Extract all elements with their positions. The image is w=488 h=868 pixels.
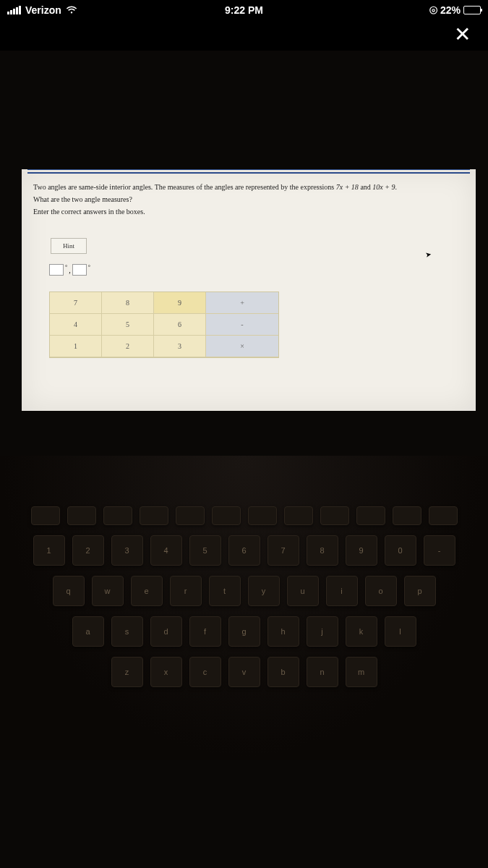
kb-key: j	[307, 616, 338, 647]
expr2: 10x + 9	[372, 183, 395, 191]
kb-key: b	[267, 657, 299, 687]
deg-2: °	[88, 264, 90, 271]
kb-key: o	[365, 576, 397, 606]
close-icon[interactable]: ✕	[454, 25, 471, 45]
orientation-lock-icon: ⦾	[429, 4, 437, 17]
kb-key: a	[72, 616, 104, 647]
zxcv-row: z x c v b n m	[7, 657, 481, 687]
kb-key: l	[385, 616, 416, 647]
fn-row	[7, 506, 481, 525]
problem-line3: Enter the correct answers in the boxes.	[33, 205, 464, 218]
kb-key: i	[326, 576, 358, 606]
key-5[interactable]: 5	[102, 314, 154, 336]
key-9[interactable]: 9	[154, 292, 206, 314]
kb-key: t	[209, 576, 241, 606]
asdf-row: a s d f g h j k l	[7, 616, 481, 647]
answer-input-2[interactable]	[72, 264, 87, 276]
wifi-icon	[66, 6, 77, 14]
fn-key	[176, 506, 205, 525]
problem-line2: What are the two angle measures?	[33, 193, 464, 205]
kb-key: w	[92, 576, 124, 606]
key-2[interactable]: 2	[102, 336, 154, 357]
kb-key: 4	[150, 535, 182, 566]
problem-line1: Two angles are same-side interior angles…	[33, 181, 464, 193]
carrier-label: Verizon	[25, 4, 61, 16]
fn-key	[140, 506, 168, 525]
laptop-body: 1 2 3 4 5 6 7 8 9 0 - q w e r t y u i	[0, 456, 488, 760]
signal-icon	[7, 6, 21, 14]
hint-label: Hint	[63, 242, 74, 250]
kb-key: v	[228, 657, 260, 687]
kb-key: s	[111, 616, 143, 647]
fn-key	[429, 506, 458, 525]
kb-key: q	[53, 576, 85, 606]
key-7[interactable]: 7	[50, 292, 102, 314]
close-row: ✕	[0, 20, 488, 49]
battery-icon	[463, 6, 481, 14]
kb-key: c	[189, 657, 221, 687]
fn-key	[67, 506, 96, 525]
kb-key: e	[131, 576, 163, 606]
kb-key: -	[424, 535, 455, 566]
kb-key: u	[287, 576, 319, 606]
kb-key: r	[170, 576, 202, 606]
numpad: 7 8 9 4 5 6 1 2 3	[50, 292, 206, 357]
key-plus[interactable]: +	[206, 292, 278, 314]
kb-key: 8	[307, 535, 338, 566]
kb-key: 7	[267, 535, 299, 566]
qwerty-row: q w e r t y u i o p	[7, 576, 481, 606]
kb-key: h	[267, 616, 299, 647]
cursor-icon: ➤	[424, 250, 432, 258]
problem-text: Two angles are same-side interior angles…	[22, 174, 476, 221]
fn-key	[31, 506, 60, 525]
kb-key: k	[346, 616, 377, 647]
keypad: 7 8 9 4 5 6 1 2 3 + - ×	[49, 292, 279, 358]
key-minus[interactable]: -	[206, 314, 278, 336]
fn-key	[284, 506, 313, 525]
kb-key: 5	[189, 535, 221, 566]
fn-key	[356, 506, 385, 525]
num-row: 1 2 3 4 5 6 7 8 9 0 -	[7, 535, 481, 566]
photo-area: Two angles are same-side interior angles…	[0, 51, 488, 868]
kb-key: x	[150, 657, 182, 687]
battery-pct: 22%	[440, 4, 461, 16]
fn-key	[320, 506, 349, 525]
laptop-screen: Two angles are same-side interior angles…	[22, 169, 476, 411]
kb-key: 1	[33, 535, 65, 566]
key-4[interactable]: 4	[50, 314, 102, 336]
fn-key	[212, 506, 241, 525]
kb-key: m	[346, 657, 377, 687]
key-6[interactable]: 6	[154, 314, 206, 336]
physical-keyboard: 1 2 3 4 5 6 7 8 9 0 - q w e r t y u i	[0, 456, 488, 687]
kb-key: p	[404, 576, 436, 606]
answer-input-1[interactable]	[49, 264, 64, 276]
deg-1: °	[65, 264, 67, 271]
kb-key: 9	[346, 535, 377, 566]
key-times[interactable]: ×	[206, 336, 278, 357]
ops-column: + - ×	[206, 292, 278, 357]
kb-key: 3	[111, 535, 143, 566]
status-left: Verizon	[7, 4, 165, 16]
status-right: ⦾ 22%	[323, 4, 481, 17]
kb-key: f	[189, 616, 221, 647]
expr1: 7x + 18	[336, 183, 359, 191]
key-1[interactable]: 1	[50, 336, 102, 357]
fn-key	[248, 506, 277, 525]
kb-key: 2	[72, 535, 104, 566]
hint-button[interactable]: Hint	[51, 238, 87, 254]
kb-key: z	[111, 657, 143, 687]
fn-key	[393, 506, 421, 525]
problem-mid: and	[359, 183, 372, 191]
kb-key: y	[248, 576, 280, 606]
answer-boxes: ° , °	[49, 264, 476, 276]
answer-sep: ,	[69, 266, 71, 274]
kb-key: 0	[385, 535, 416, 566]
status-bar: Verizon 9:22 PM ⦾ 22%	[0, 0, 488, 20]
problem-end: .	[395, 183, 398, 191]
key-3[interactable]: 3	[154, 336, 206, 357]
key-8[interactable]: 8	[102, 292, 154, 314]
status-time: 9:22 PM	[165, 4, 322, 16]
kb-key: 6	[228, 535, 260, 566]
kb-key: g	[228, 616, 260, 647]
kb-key: d	[150, 616, 182, 647]
